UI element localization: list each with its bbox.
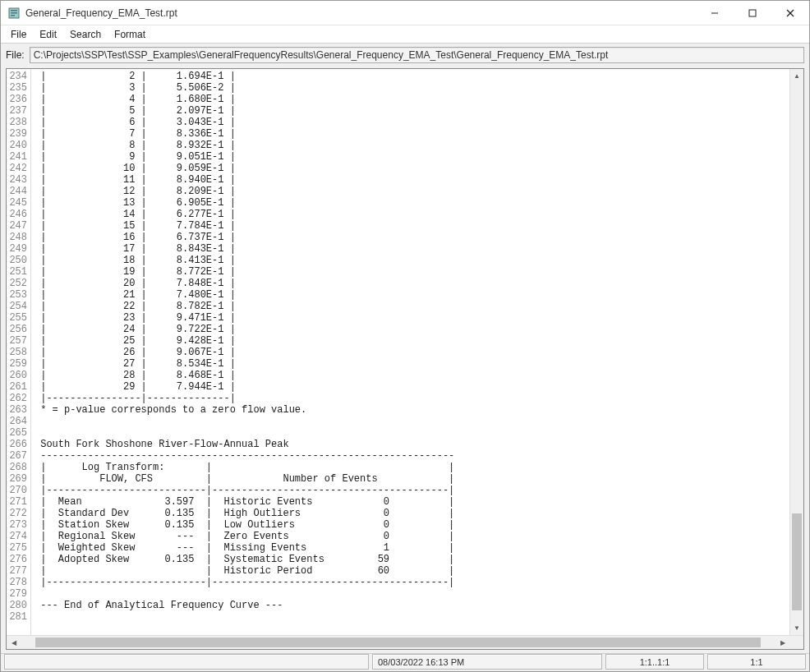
titlebar: General_Frequency_EMA_Test.rpt — [1, 1, 809, 25]
vertical-scroll-thumb[interactable] — [792, 513, 802, 610]
editor[interactable]: 234 235 236 237 238 239 240 241 242 243 … — [7, 69, 803, 649]
scroll-left-button[interactable]: ◀ — [7, 636, 21, 649]
menu-format[interactable]: Format — [108, 27, 152, 42]
window-title: General_Frequency_EMA_Test.rpt — [25, 7, 696, 19]
scroll-right-button[interactable]: ▶ — [775, 636, 789, 649]
svg-rect-3 — [11, 15, 15, 16]
menu-search[interactable]: Search — [63, 27, 108, 42]
vertical-scroll-track[interactable] — [790, 83, 803, 621]
statusbar: 08/03/2022 16:13 PM 1:1..1:1 1:1 — [1, 653, 809, 671]
svg-rect-5 — [749, 10, 756, 16]
svg-rect-1 — [11, 10, 17, 12]
svg-rect-2 — [11, 12, 17, 14]
horizontal-scrollbar[interactable]: ◀ ▶ — [7, 635, 803, 649]
vertical-scrollbar[interactable]: ▲ ▼ — [789, 69, 803, 635]
app-icon — [7, 7, 21, 20]
editor-content[interactable]: | 2 | 1.694E-1 | | 3 | 5.506E-2 | | 4 | … — [31, 69, 803, 649]
line-number-gutter: 234 235 236 237 238 239 240 241 242 243 … — [7, 69, 31, 649]
close-button[interactable] — [771, 1, 809, 25]
file-label: File: — [6, 49, 25, 61]
file-path-row: File: — [1, 44, 809, 67]
status-datetime: 08/03/2022 16:13 PM — [372, 654, 602, 670]
minimize-button[interactable] — [696, 1, 734, 25]
menu-edit[interactable]: Edit — [33, 27, 63, 42]
status-left — [4, 654, 369, 670]
window-buttons — [696, 1, 809, 25]
status-position: 1:1..1:1 — [605, 654, 704, 670]
status-zoom: 1:1 — [707, 654, 806, 670]
scroll-down-button[interactable]: ▼ — [790, 621, 803, 635]
maximize-button[interactable] — [734, 1, 771, 25]
horizontal-scroll-thumb[interactable] — [35, 637, 760, 647]
menu-file[interactable]: File — [4, 27, 33, 42]
file-path-input[interactable] — [30, 47, 804, 63]
horizontal-scroll-track[interactable] — [21, 636, 775, 649]
editor-area: 234 235 236 237 238 239 240 241 242 243 … — [6, 68, 804, 650]
scroll-corner — [789, 636, 803, 650]
menubar: File Edit Search Format — [1, 25, 809, 44]
scroll-up-button[interactable]: ▲ — [790, 69, 803, 83]
